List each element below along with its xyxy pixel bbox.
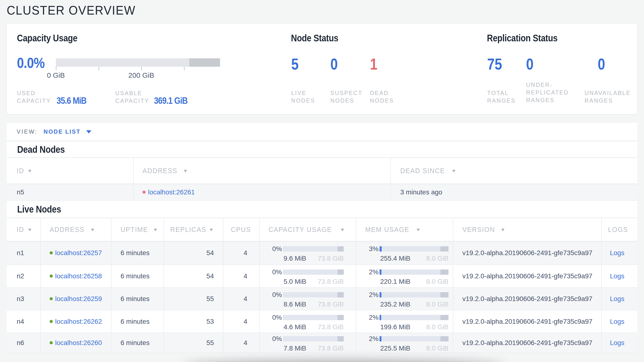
live-node-address-cell: localhost:26260: [41, 333, 112, 353]
live-node-logs-cell: Logs: [602, 333, 637, 353]
page-title: CLUSTER OVERVIEW: [7, 4, 136, 17]
memory-percent: 2%: [356, 291, 380, 299]
logs-link[interactable]: Logs: [610, 272, 624, 280]
col-header-capacity[interactable]: CAPACITY USAGE▼: [260, 218, 356, 242]
axis-tick: [56, 67, 56, 70]
live-node-memory-cell: 2% 225.5 MiB 8.0 GiB: [356, 333, 453, 353]
live-node-replicas: 54: [164, 242, 224, 265]
axis-tick: [98, 67, 99, 70]
live-node-address-cell: localhost:26259: [41, 288, 112, 310]
capacity-bar-track: [283, 336, 344, 341]
logs-link[interactable]: Logs: [610, 249, 624, 257]
memory-bar-dark-segment: [440, 292, 448, 297]
sort-desc-icon: ▼: [27, 168, 32, 173]
dropdown-caret-icon[interactable]: [86, 130, 92, 133]
live-node-address-link[interactable]: localhost:26260: [55, 339, 102, 346]
capacity-percent: 0%: [260, 314, 283, 321]
memory-bar-dark-segment: [440, 336, 448, 341]
bottom-shadow: [183, 360, 504, 362]
col-header-version[interactable]: VERSION▼: [453, 218, 602, 242]
live-node-address-link[interactable]: localhost:26257: [55, 249, 102, 257]
memory-total-value: 8.0 GiB: [426, 255, 448, 262]
column-label: ID: [17, 226, 24, 234]
live-node-cpus: 4: [224, 265, 260, 288]
col-header-replicas[interactable]: REPLICAS▼: [164, 218, 224, 242]
live-node-capacity-cell: 0% 8.6 MiB 73.8 GiB: [260, 288, 356, 310]
usable-capacity-value: 369.1 GiB: [154, 96, 188, 105]
capacity-used-value: 4.6 MiB: [283, 323, 306, 331]
capacity-bar-dark-segment: [338, 246, 344, 252]
dead-col-header-dead-since[interactable]: DEAD SINCE▼: [391, 158, 637, 184]
memory-bar-dark-segment: [440, 246, 448, 252]
capacity-bar-track: [283, 315, 344, 320]
live-node-version: v19.2.0-alpha.20190606-2491-gfe735c9a97: [453, 310, 602, 333]
axis-tick: [184, 67, 184, 70]
live-node-version: v19.2.0-alpha.20190606-2491-gfe735c9a97: [453, 265, 602, 288]
col-header-cpus[interactable]: CPUS: [224, 218, 260, 242]
column-label: VERSION: [462, 226, 495, 234]
memory-percent: 3%: [356, 245, 380, 253]
capacity-bar-track: [283, 246, 344, 252]
col-header-mem[interactable]: MEM USAGE▼: [356, 218, 453, 242]
live-node-id: n1: [7, 242, 41, 265]
live-node-address-link[interactable]: localhost:26262: [55, 318, 102, 325]
capacity-usage-chart: 0 GiB 200 GiB: [56, 58, 220, 67]
dead-node-address-cell: localhost:26261: [134, 184, 391, 201]
live-node-row: n3 localhost:26259 6 minutes 55 4 0% 8.6…: [7, 288, 637, 310]
sort-desc-icon: ▼: [183, 168, 188, 173]
logs-link[interactable]: Logs: [610, 295, 624, 302]
live-node-id: n2: [7, 265, 41, 288]
live-node-logs-cell: Logs: [602, 242, 637, 265]
live-node-memory-cell: 3% 255.4 MiB 8.0 GiB: [356, 242, 453, 265]
live-nodes-heading: Live Nodes: [7, 201, 637, 218]
live-node-address-link[interactable]: localhost:26258: [55, 272, 102, 280]
logs-link[interactable]: Logs: [610, 318, 624, 325]
dead-col-header-address[interactable]: ADDRESS▼: [134, 158, 391, 184]
live-node-id: n3: [7, 288, 41, 310]
capacity-percent: 0%: [260, 335, 283, 343]
replication-status-heading: Replication Status: [487, 33, 558, 43]
capacity-bar-track: [283, 292, 344, 297]
unavailable-ranges-label: UNAVAILABLE RANGES: [584, 89, 631, 104]
capacity-bar-track: [283, 269, 344, 275]
dead-col-header-id[interactable]: ID▼: [7, 158, 134, 184]
live-node-id: n4: [7, 310, 41, 333]
memory-bar-track: [380, 336, 448, 341]
live-node-replicas: 55: [164, 333, 224, 353]
live-node-row: n1 localhost:26257 6 minutes 54 4 0% 9.6…: [7, 242, 637, 265]
live-nodes-table: ID▼ ADDRESS▼ UPTIME▼ REPLICAS▼ CPUS CAPA…: [7, 218, 637, 353]
memory-bar-track: [380, 246, 448, 252]
logs-link[interactable]: Logs: [610, 339, 624, 346]
capacity-bar-dark-segment: [338, 336, 344, 341]
capacity-bar-dark-segment: [338, 315, 344, 320]
col-header-uptime[interactable]: UPTIME▼: [112, 218, 164, 242]
col-header-logs: LOGS: [602, 218, 637, 242]
dead-nodes-label: DEAD NODES: [370, 89, 394, 104]
live-status-dot-icon: [50, 251, 53, 254]
view-dropdown[interactable]: NODE LIST: [44, 128, 81, 135]
col-header-id[interactable]: ID▼: [7, 218, 41, 242]
memory-total-value: 8.0 GiB: [426, 323, 448, 331]
memory-bar-track: [380, 292, 448, 297]
capacity-percent: 0%: [260, 268, 283, 276]
memory-percent: 2%: [356, 314, 380, 321]
live-node-cpus: 4: [224, 333, 260, 353]
column-label: ADDRESS: [50, 226, 84, 234]
dead-node-address-link[interactable]: localhost:26261: [148, 189, 195, 196]
capacity-usage-percent: 0.0%: [17, 56, 45, 70]
memory-used-value: 220.1 MiB: [380, 278, 410, 285]
sort-desc-icon: ▼: [27, 227, 32, 232]
memory-percent: 2%: [356, 335, 380, 343]
memory-bar-track: [380, 315, 448, 320]
column-label: UPTIME: [120, 226, 148, 234]
view-selector-bar: VIEW: NODE LIST: [7, 123, 637, 141]
live-node-memory-cell: 2% 235.2 MiB 8.0 GiB: [356, 288, 453, 310]
live-node-address-link[interactable]: localhost:26259: [55, 295, 102, 302]
live-node-replicas: 55: [164, 288, 224, 310]
dead-nodes-table: ID▼ ADDRESS▼ DEAD SINCE▼ n5 localhost:26…: [7, 158, 637, 201]
memory-bar-dark-segment: [440, 269, 448, 275]
capacity-bar-dark-segment: [338, 292, 344, 297]
live-node-capacity-cell: 0% 5.0 MiB 73.8 GiB: [260, 265, 356, 288]
column-label: LOGS: [608, 226, 628, 234]
col-header-address[interactable]: ADDRESS▼: [41, 218, 112, 242]
